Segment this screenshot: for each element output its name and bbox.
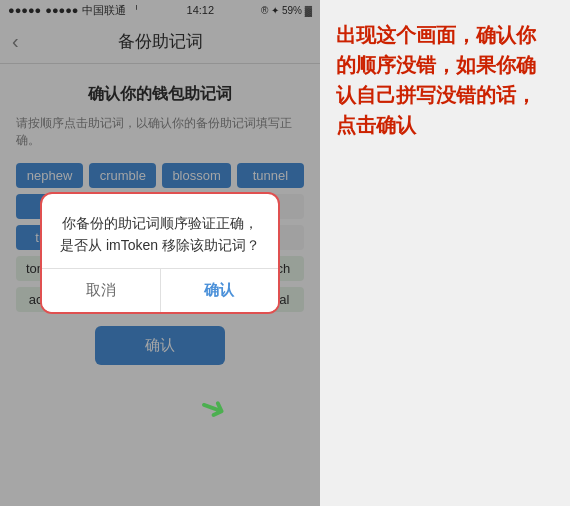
dialog-cancel-button[interactable]: 取消: [42, 269, 161, 312]
phone-frame: ●●●●● ●●●●● 中国联通 ᅵ 14:12 ® ✦ 59% ▓ ‹ 备份助…: [0, 0, 320, 506]
dialog-message: 你备份的助记词顺序验证正确，是否从 imToken 移除该助记词？: [42, 194, 278, 269]
dialog-box: 你备份的助记词顺序验证正确，是否从 imToken 移除该助记词？ 取消 确认: [40, 192, 280, 315]
dialog-ok-button[interactable]: 确认: [161, 269, 279, 312]
annotation-text: 出现这个画面，确认你的顺序没错，如果你确认自己拼写没错的话，点击确认: [336, 20, 554, 140]
arrow-annotation: ➜: [200, 388, 227, 426]
green-arrow-icon: ➜: [194, 385, 232, 430]
dialog-actions: 取消 确认: [42, 268, 278, 312]
annotation-panel: 出现这个画面，确认你的顺序没错，如果你确认自己拼写没错的话，点击确认: [320, 0, 570, 506]
dialog-overlay: 你备份的助记词顺序验证正确，是否从 imToken 移除该助记词？ 取消 确认 …: [0, 0, 320, 506]
